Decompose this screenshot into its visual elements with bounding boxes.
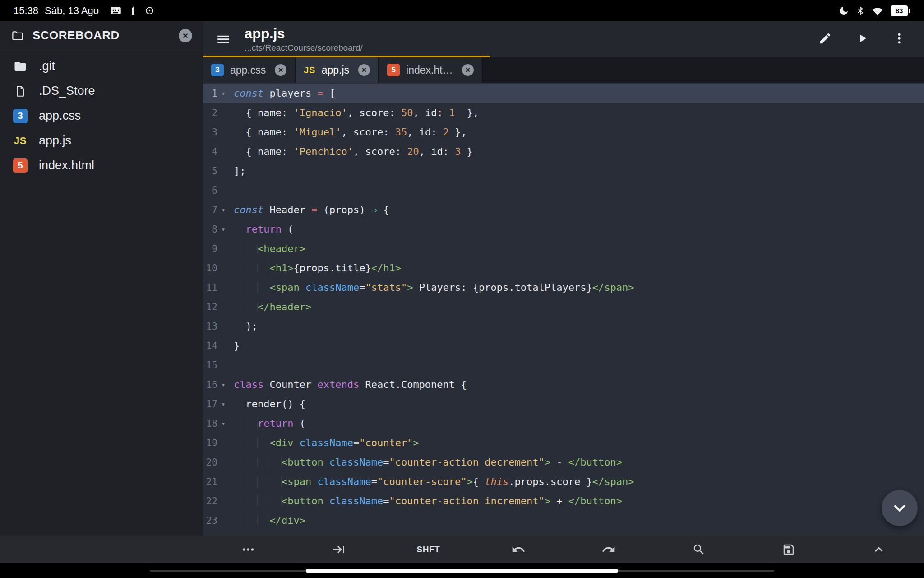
redo-button[interactable] bbox=[564, 536, 654, 563]
indent-guides bbox=[234, 146, 246, 157]
line-number: 5 bbox=[203, 166, 217, 177]
line-number: 2 bbox=[203, 107, 217, 118]
html-file-icon: 5 bbox=[387, 64, 400, 76]
keyboard-toggle-button[interactable] bbox=[834, 536, 924, 563]
code-line-10[interactable]: 10 <h1>{props.title}</h1> bbox=[203, 258, 924, 278]
code-line-7[interactable]: 7▾const Header = (props) ⇒ { bbox=[203, 200, 924, 219]
indent-guides bbox=[234, 243, 258, 254]
file-item-app-js[interactable]: JSapp.js bbox=[0, 128, 203, 153]
code-text: return ( bbox=[229, 224, 293, 235]
code-line-15[interactable]: 15 bbox=[203, 355, 924, 375]
menu-button[interactable] bbox=[892, 32, 906, 47]
accent-underline bbox=[203, 56, 490, 57]
editor[interactable]: 1▾const players = [2 { name: 'Ignacio', … bbox=[203, 83, 924, 536]
gutter: 11 bbox=[203, 282, 229, 293]
folder-icon bbox=[14, 60, 27, 73]
save-button[interactable] bbox=[744, 536, 834, 563]
code-line-17[interactable]: 17▾ render() { bbox=[203, 394, 924, 414]
code-line-14[interactable]: 14} bbox=[203, 336, 924, 355]
gutter: 18▾ bbox=[203, 418, 229, 429]
close-tab-icon[interactable]: × bbox=[462, 64, 474, 76]
gutter: 15 bbox=[203, 360, 229, 371]
file-item-app-css[interactable]: 3app.css bbox=[0, 103, 203, 128]
code-line-1[interactable]: 1▾const players = [ bbox=[203, 84, 924, 103]
line-number: 8 bbox=[203, 224, 217, 235]
fold-arrow-icon[interactable]: ▾ bbox=[217, 381, 229, 389]
code-line-16[interactable]: 16▾class Counter extends React.Component… bbox=[203, 375, 924, 394]
status-date: Sáb, 13 Ago bbox=[45, 5, 99, 17]
fold-arrow-icon[interactable]: ▾ bbox=[217, 225, 229, 233]
indent-guides bbox=[234, 126, 246, 138]
code-line-13[interactable]: 13 ); bbox=[203, 317, 924, 336]
shift-key-button[interactable]: SHFT bbox=[383, 536, 474, 563]
fold-arrow-icon[interactable]: ▾ bbox=[217, 206, 229, 214]
gesture-pill[interactable] bbox=[306, 569, 618, 573]
status-left: 15:38 Sáb, 13 Ago bbox=[14, 5, 155, 17]
tab-app-js[interactable]: JSapp.js× bbox=[296, 57, 379, 83]
code-line-5[interactable]: 5]; bbox=[203, 161, 924, 181]
close-tab-icon[interactable]: × bbox=[358, 64, 370, 76]
file-item-ds-store[interactable]: .DS_Store bbox=[0, 79, 203, 103]
code-line-6[interactable]: 6 bbox=[203, 181, 924, 200]
tab-key-button[interactable] bbox=[293, 536, 383, 563]
code-line-23[interactable]: 23 </div> bbox=[203, 511, 924, 530]
line-number: 6 bbox=[203, 185, 217, 196]
fold-arrow-icon[interactable]: ▾ bbox=[217, 400, 229, 408]
header-actions bbox=[818, 32, 911, 47]
code-line-21[interactable]: 21 <span className="counter-score">{ thi… bbox=[203, 472, 924, 491]
scroll-down-fab[interactable] bbox=[882, 490, 918, 526]
bluetooth-icon bbox=[855, 6, 865, 16]
tab-app-css[interactable]: 3app.css× bbox=[203, 57, 296, 83]
code-line-12[interactable]: 12 </header> bbox=[203, 297, 924, 317]
close-project-icon[interactable]: × bbox=[179, 29, 192, 42]
code-text: render() { bbox=[229, 398, 305, 410]
code-line-18[interactable]: 18▾ return ( bbox=[203, 414, 924, 433]
gutter: 3 bbox=[203, 127, 229, 138]
code-line-2[interactable]: 2 { name: 'Ignacio', score: 50, id: 1 }, bbox=[203, 103, 924, 122]
code-line-19[interactable]: 19 <div className="counter"> bbox=[203, 433, 924, 452]
close-tab-icon[interactable]: × bbox=[275, 64, 286, 76]
code-line-8[interactable]: 8▾ return ( bbox=[203, 219, 924, 239]
file-icon bbox=[14, 85, 27, 98]
fold-arrow-icon[interactable]: ▾ bbox=[217, 89, 229, 98]
file-item-index-html[interactable]: 5index.html bbox=[0, 153, 203, 178]
tab-index-ht[interactable]: 5index.ht…× bbox=[379, 57, 483, 83]
code-line-22[interactable]: 22 <button className="counter-action inc… bbox=[203, 491, 924, 511]
line-number: 1 bbox=[203, 88, 217, 99]
redo-icon bbox=[601, 542, 616, 557]
editor-pane: app.js ...cts/ReactCourse/scoreboard/ 3a… bbox=[203, 21, 924, 536]
code-line-20[interactable]: 20 <button className="counter-action dec… bbox=[203, 452, 924, 472]
indent-guides bbox=[234, 301, 258, 312]
js-file-icon: JS bbox=[14, 135, 27, 147]
code-line-4[interactable]: 4 { name: 'Penchico', score: 20, id: 3 } bbox=[203, 142, 924, 161]
undo-button[interactable] bbox=[473, 536, 564, 563]
code-text: { name: 'Ignacio', score: 50, id: 1 }, bbox=[229, 107, 479, 118]
file-name: index.html bbox=[39, 158, 94, 172]
gutter: 16▾ bbox=[203, 379, 229, 390]
code-text: ]; bbox=[229, 165, 246, 177]
gutter: 20 bbox=[203, 457, 229, 468]
more-button[interactable] bbox=[203, 536, 293, 563]
file-item-git[interactable]: .git bbox=[0, 54, 203, 79]
status-icons-right bbox=[838, 5, 883, 17]
css-file-icon: 3 bbox=[211, 64, 224, 76]
file-path: ...cts/ReactCourse/scoreboard/ bbox=[245, 43, 363, 53]
code-line-11[interactable]: 11 <span className="stats"> Players: {pr… bbox=[203, 278, 924, 297]
code-text: <div className="counter"> bbox=[229, 437, 419, 448]
line-number: 14 bbox=[203, 340, 217, 351]
file-name: app.css bbox=[39, 109, 81, 123]
fold-arrow-icon[interactable]: ▾ bbox=[217, 420, 229, 428]
hamburger-icon[interactable] bbox=[216, 32, 231, 47]
battery-nub bbox=[909, 9, 910, 13]
edit-button[interactable] bbox=[818, 32, 832, 47]
pencil-icon bbox=[818, 32, 832, 45]
file-list: .git.DS_Store3app.cssJSapp.js5index.html bbox=[0, 50, 203, 178]
code-line-9[interactable]: 9 <header> bbox=[203, 239, 924, 258]
indent-guides bbox=[234, 398, 246, 410]
run-button[interactable] bbox=[855, 32, 869, 47]
code-line-3[interactable]: 3 { name: 'Miguel', score: 35, id: 2 }, bbox=[203, 122, 924, 142]
battery-icon: 83 bbox=[891, 5, 910, 16]
play-icon bbox=[855, 32, 869, 45]
search-button[interactable] bbox=[654, 536, 744, 563]
gutter: 8▾ bbox=[203, 224, 229, 235]
